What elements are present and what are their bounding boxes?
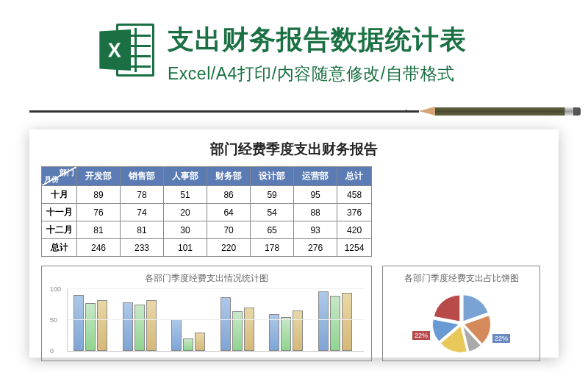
table-header: 人事部	[164, 167, 207, 186]
title-block: 支出财务报告数据统计表 Excel/A4打印/内容随意修改/自带格式	[168, 22, 467, 85]
row-label: 十一月	[42, 204, 77, 221]
bar	[342, 293, 352, 351]
table-cell: 76	[77, 204, 121, 221]
table-row: 总计2462331012201782761254	[42, 239, 372, 257]
table-header: 开发部	[77, 167, 121, 186]
table-cell: 1254	[337, 239, 372, 257]
excel-icon-letter: X	[108, 38, 121, 62]
bar	[146, 300, 157, 351]
row-label: 总计	[42, 239, 77, 257]
page-title: 支出财务报告数据统计表	[168, 22, 467, 58]
table-cell: 178	[251, 239, 294, 257]
table-cell: 101	[164, 239, 207, 257]
bar	[318, 291, 329, 351]
table-cell: 376	[337, 204, 372, 221]
table-cell: 93	[294, 221, 337, 239]
table-header: 运营部	[294, 167, 337, 186]
table-row: 十月897851865995458	[42, 186, 372, 204]
bar	[244, 308, 254, 352]
pie-slice	[434, 295, 459, 322]
row-label: 十月	[42, 186, 77, 204]
bar-group	[74, 295, 114, 351]
table-cell: 81	[77, 221, 121, 239]
bar-group	[123, 300, 163, 351]
pencil-icon	[419, 106, 581, 116]
table-header: 财务部	[207, 167, 251, 186]
bar	[183, 338, 193, 351]
pie-slice-label: 22%	[412, 331, 430, 340]
table-cell: 86	[207, 186, 251, 204]
bar-group	[220, 297, 261, 351]
table-cell: 78	[121, 186, 164, 204]
table-header: 总计	[337, 167, 372, 186]
divider	[0, 106, 588, 116]
table-cell: 59	[251, 186, 294, 204]
bar-group	[269, 310, 309, 351]
table-row: 十一月767420645488376	[42, 204, 372, 221]
bar	[293, 310, 303, 351]
table-cell: 54	[251, 204, 294, 221]
bar-chart-title: 各部门季度经费支出情况统计图	[49, 272, 364, 285]
table-cell: 70	[207, 221, 251, 239]
table-cell: 51	[164, 186, 207, 204]
table-cell: 64	[207, 204, 251, 221]
page-subtitle: Excel/A4打印/内容随意修改/自带格式	[168, 63, 467, 85]
table-cell: 88	[294, 204, 337, 221]
table-cell: 81	[121, 221, 164, 239]
pie-slice-label: 22%	[492, 334, 510, 343]
table-header: 设计部	[251, 167, 294, 186]
bar-group	[318, 291, 359, 351]
table-header: 销售部	[121, 167, 164, 186]
table-cell: 220	[207, 239, 251, 257]
pie-chart-title: 各部门季度经费支出占比饼图	[390, 272, 532, 285]
bar	[171, 319, 182, 351]
bar	[220, 297, 231, 351]
document-title: 部门经费季度支出财务报告	[41, 140, 547, 159]
table-cell: 65	[251, 221, 294, 239]
table-cell: 20	[164, 204, 207, 221]
table-cell: 420	[337, 221, 372, 239]
table-cell: 30	[164, 221, 207, 239]
bar-chart: 各部门季度经费支出情况统计图 0 50 100	[41, 266, 372, 361]
row-label: 十二月	[42, 221, 77, 239]
table-cell: 246	[77, 239, 121, 257]
bar	[232, 311, 243, 351]
bar	[97, 300, 107, 351]
expense-table: 部门 月份 开发部 销售部 人事部 财务部 设计部 运营部 总计 十月89785…	[41, 166, 372, 257]
bar	[85, 303, 96, 351]
table-cell: 74	[121, 204, 164, 221]
pie-svg	[421, 289, 502, 355]
table-corner-cell: 部门 月份	[42, 167, 77, 186]
table-cell: 233	[121, 239, 164, 257]
bar-group	[171, 319, 212, 351]
table-cell: 458	[337, 186, 372, 204]
bar	[74, 295, 84, 351]
document-preview: 部门经费季度支出财务报告 部门 月份 开发部 销售部 人事部 财务部 设计部 运…	[29, 129, 559, 358]
table-cell: 95	[294, 186, 337, 204]
bar	[123, 302, 133, 351]
table-row: 十二月818130706593420	[42, 221, 372, 239]
excel-icon: X	[96, 22, 154, 81]
table-cell: 89	[77, 186, 121, 204]
pie-chart: 各部门季度经费支出占比饼图 22% 22%	[382, 266, 540, 361]
bar	[330, 296, 340, 351]
header: X 支出财务报告数据统计表 Excel/A4打印/内容随意修改/自带格式	[0, 0, 588, 85]
bar	[281, 317, 291, 351]
bar	[135, 305, 145, 351]
bar	[195, 333, 205, 352]
table-cell: 276	[294, 239, 337, 257]
